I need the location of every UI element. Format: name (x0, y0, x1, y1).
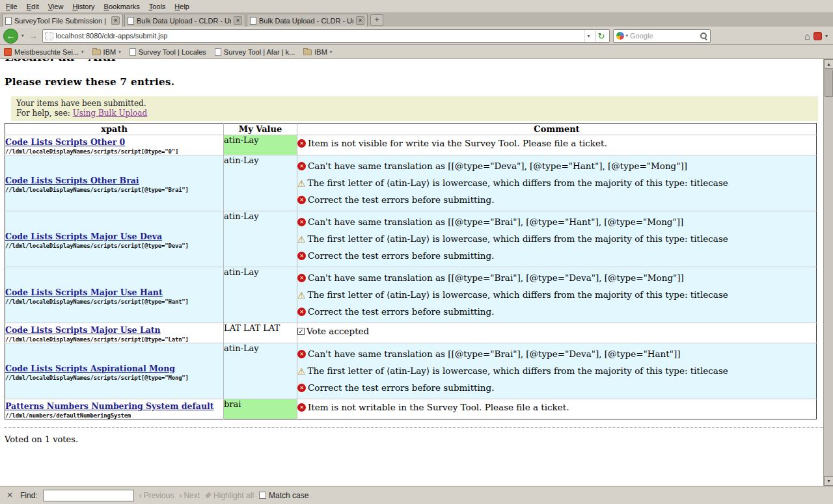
comment-text: Vote accepted (307, 325, 369, 338)
error-icon: ✕ (297, 274, 306, 282)
url-input[interactable]: localhost:8080/cldr-apps/submit.jsp (56, 32, 582, 40)
tab-title: SurveyTool File Submission | ... (14, 17, 109, 25)
comment-text: Can't have same translation as [[@type="… (308, 160, 687, 172)
search-input[interactable]: Google (630, 32, 697, 40)
find-previous-button[interactable]: ‹ Previous (139, 491, 174, 500)
toolbar-overflow-icon[interactable]: ▾ (825, 33, 830, 39)
table-row: Code Lists Scripts Major Use Latn //ldml… (5, 323, 817, 343)
bookmark-label: Survey Tool | Afar | k... (224, 48, 295, 56)
comment-line: ✕ Can't have same translation as [[@type… (297, 272, 816, 284)
url-dropdown-icon[interactable]: ▾ (584, 30, 593, 42)
match-case-checkbox[interactable] (259, 492, 266, 499)
comment-line: ✕ Item is not writable in the Survey Too… (297, 401, 816, 414)
xpath-link[interactable]: Code Lists Scripts Major Use Hant (5, 287, 163, 297)
chevron-right-icon: › (179, 491, 182, 500)
xpath-link[interactable]: Code Lists Scripts Other 0 (5, 137, 125, 147)
vertical-scrollbar[interactable]: ▲ ▼ (823, 59, 833, 486)
menu-bookmarks[interactable]: Bookmarks (100, 1, 144, 12)
search-icon[interactable] (700, 32, 707, 40)
new-tab-button[interactable]: + (370, 14, 383, 26)
comment-line: ✕ Correct the test errors before submitt… (297, 382, 816, 394)
bookmark-label: Meistbesuchte Sei... (14, 48, 79, 56)
comment-line: ✕ Can't have same translation as [[@type… (297, 216, 816, 228)
using-bulk-upload-link[interactable]: Using Bulk Upload (73, 109, 148, 118)
xpath-link[interactable]: Patterns Numbers Numbering System defaul… (5, 401, 214, 411)
tab-bulk-data-upload-1[interactable]: Bulk Data Upload - CLDR - Un... ✕ (124, 14, 245, 27)
warning-icon: ⚠ (297, 367, 306, 376)
page-icon (215, 48, 221, 56)
google-search-engine-icon[interactable] (616, 32, 624, 40)
vote-accepted-checkbox[interactable]: ✓ (297, 328, 305, 335)
comment-text: The first letter of ⟨atin-Lay⟩ is lowerc… (308, 233, 728, 245)
tab-bulk-data-upload-2[interactable]: Bulk Data Upload - CLDR - Un... ✕ (247, 14, 368, 27)
scroll-up-icon[interactable]: ▲ (824, 59, 833, 69)
scroll-down-icon[interactable]: ▼ (824, 476, 833, 486)
comment-text: Correct the test errors before submittin… (308, 194, 494, 206)
comment-line: ✕ Correct the test errors before submitt… (297, 194, 816, 206)
find-close-icon[interactable]: ✕ (5, 491, 15, 499)
addon-icon[interactable] (813, 32, 822, 40)
back-button[interactable]: ← (3, 29, 18, 44)
menu-view[interactable]: View (44, 1, 68, 12)
menu-file[interactable]: File (1, 1, 22, 12)
url-bar[interactable]: localhost:8080/cldr-apps/submit.jsp ▾ ↻ (42, 29, 610, 43)
search-bar[interactable]: ▾ Google (613, 29, 711, 43)
xpath-path: //ldml/localeDisplayNames/scripts/script… (5, 336, 223, 343)
back-history-dropdown-icon[interactable]: ▾ (21, 33, 24, 38)
col-header-comment: Comment (297, 124, 817, 135)
tab-survey-tool-submission[interactable]: SurveyTool File Submission | ... ✕ (2, 14, 123, 27)
error-icon: ✕ (297, 308, 306, 316)
reload-button[interactable]: ↻ (595, 31, 607, 42)
chevron-down-icon: ▾ (81, 49, 84, 55)
value-cell: atin-Lay (224, 135, 297, 155)
table-row: Code Lists Scripts Major Use Hant //ldml… (5, 267, 817, 323)
chevron-down-icon: ▾ (330, 49, 333, 55)
value-cell: atin-Lay (224, 343, 297, 399)
page-favicon-icon (250, 17, 256, 25)
bookmark-most-visited[interactable]: Meistbesuchte Sei... ▾ (4, 48, 84, 56)
highlight-all-button[interactable]: Highlight all (205, 491, 254, 500)
comment-line: ⚠ The first letter of ⟨atin-Lay⟩ is lowe… (297, 177, 816, 189)
site-identity-icon[interactable] (45, 32, 53, 40)
menu-tools[interactable]: Tools (144, 1, 171, 12)
tab-close-icon[interactable]: ✕ (111, 16, 120, 25)
review-heading: Please review these 7 entries. (5, 76, 823, 88)
value-cell: atin-Lay (224, 211, 297, 267)
bookmark-survey-tool-locales[interactable]: Survey Tool | Locales (130, 48, 206, 56)
error-icon: ✕ (297, 196, 306, 204)
folder-icon (303, 49, 312, 55)
bookmark-survey-tool-afar[interactable]: Survey Tool | Afar | k... (215, 48, 295, 56)
match-case-option[interactable]: Match case (259, 491, 308, 500)
page-content: Locale: aa - Afar Please review these 7 … (0, 59, 833, 486)
value-cell: atin-Lay (224, 267, 297, 323)
tab-close-icon[interactable]: ✕ (356, 16, 364, 25)
home-icon[interactable]: ⌂ (804, 31, 810, 41)
bookmark-folder-ibm-1[interactable]: IBM ▾ (92, 48, 121, 56)
find-next-button[interactable]: › Next (179, 491, 200, 500)
page-favicon-icon (128, 17, 134, 25)
scrollbar-thumb[interactable] (825, 70, 833, 97)
xpath-link[interactable]: Code Lists Scripts Other Brai (5, 176, 139, 185)
submission-notice: Your items have been submitted. For help… (11, 96, 818, 121)
forward-button[interactable]: → (27, 29, 39, 42)
menu-edit[interactable]: Edit (22, 1, 44, 12)
menu-help[interactable]: Help (170, 1, 194, 12)
find-input[interactable] (43, 490, 134, 501)
xpath-link[interactable]: Code Lists Scripts Aspirational Mong (5, 364, 175, 373)
comment-text: Correct the test errors before submittin… (308, 382, 494, 394)
bookmark-label: IBM (103, 48, 116, 56)
comment-line: ⚠ The first letter of ⟨atin-Lay⟩ is lowe… (297, 289, 816, 301)
tab-close-icon[interactable]: ✕ (234, 16, 242, 25)
warning-icon: ⚠ (297, 235, 306, 244)
xpath-link[interactable]: Code Lists Scripts Major Use Deva (5, 232, 162, 241)
search-engine-dropdown-icon[interactable]: ▾ (626, 33, 629, 38)
bookmark-folder-ibm-2[interactable]: IBM ▾ (303, 48, 332, 56)
comment-line: ✕ Can't have same translation as [[@type… (297, 348, 816, 360)
xpath-link[interactable]: Code Lists Scripts Major Use Latn (5, 325, 161, 335)
menu-history[interactable]: History (68, 1, 99, 12)
error-icon: ✕ (297, 218, 306, 226)
value-cell: LAT LAT LAT (224, 323, 297, 343)
xpath-path: //ldml/numbers/defaultNumberingSystem (5, 412, 223, 419)
notice-line-1: Your items have been submitted. (16, 99, 813, 109)
find-label: Find: (20, 491, 38, 500)
